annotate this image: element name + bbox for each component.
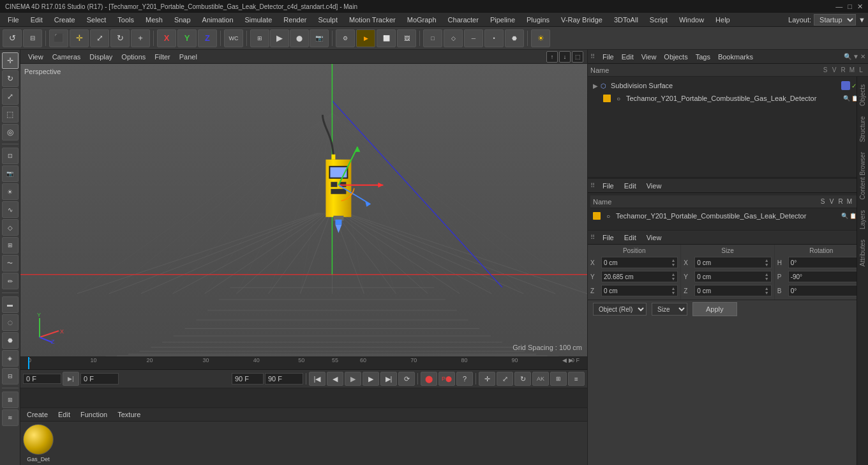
menu-pipeline[interactable]: Pipeline	[485, 15, 520, 25]
object-row-techamor[interactable]: ○ Techamor_Y201_Portable_Combustible_Gas…	[590, 92, 865, 105]
tab-structure[interactable]: Structure	[858, 111, 867, 148]
filter-icon[interactable]: ▼	[853, 53, 859, 60]
vp-back-btn[interactable]: ↑	[546, 51, 558, 63]
rot-b-field[interactable]: 0° ▲▼	[788, 285, 865, 296]
array-tool[interactable]: ⊞	[2, 237, 19, 254]
layout-select[interactable]: Startup	[814, 14, 856, 26]
goto-start-btn[interactable]: |◀	[309, 372, 326, 386]
menu-file[interactable]: File	[3, 15, 24, 25]
next-frame-btn[interactable]: ▶	[363, 372, 379, 386]
obj-menu-bookmarks[interactable]: Bookmarks	[715, 52, 756, 62]
paint-tool[interactable]: ✏	[2, 273, 19, 289]
menu-window[interactable]: Window	[674, 15, 709, 25]
scale-tool[interactable]: ⤢	[2, 88, 19, 105]
edge-button[interactable]: ─	[464, 29, 483, 47]
viewport[interactable]: Perspective Grid Spacing : 100 cm X Y Z	[20, 64, 587, 356]
material-tool[interactable]: ◈	[2, 350, 19, 367]
ruler-nav-prev[interactable]: ◀	[562, 357, 567, 363]
second-icon-1[interactable]: 🔍	[841, 213, 848, 219]
timeline-track[interactable]	[20, 388, 587, 408]
viewport-menu-filter[interactable]: Filter	[151, 52, 174, 62]
to-frame-field[interactable]: 90 F	[232, 373, 264, 385]
plus-button[interactable]: +	[131, 29, 150, 47]
y-axis-button[interactable]: Y	[177, 29, 197, 47]
undo-button[interactable]: ↺	[3, 29, 22, 47]
select-tool-button[interactable]: ⬛	[49, 29, 68, 47]
menu-animation[interactable]: Animation	[197, 15, 239, 25]
move-tool[interactable]: ✛	[2, 52, 19, 69]
subdivision-check1[interactable]: ✓	[851, 82, 857, 89]
coord-system-select[interactable]: Object (Rel) World	[593, 303, 647, 316]
object-button[interactable]: □	[423, 29, 442, 47]
pos-z-field[interactable]: 0 cm ▲▼	[601, 285, 678, 296]
menu-select[interactable]: Select	[82, 15, 112, 25]
render-button[interactable]: ▶	[356, 29, 375, 47]
point-button[interactable]: •	[484, 29, 504, 47]
menu-create[interactable]: Create	[49, 15, 80, 25]
mat-create[interactable]: Create	[24, 409, 50, 420]
goto-end-btn[interactable]: ▶|	[380, 372, 397, 386]
subdivision-tag[interactable]	[841, 81, 850, 90]
size-x-field[interactable]: 0 cm ▲▼	[694, 257, 771, 268]
obj-menu-edit[interactable]: Edit	[619, 52, 636, 62]
material-item[interactable]: Gas_Det	[23, 424, 54, 462]
mat-texture[interactable]: Texture	[115, 409, 143, 420]
menu-3dtoall[interactable]: 3DToAll	[609, 15, 643, 25]
coord-menu-edit[interactable]: Edit	[622, 232, 639, 243]
menu-render[interactable]: Render	[278, 15, 311, 25]
live-select-tool[interactable]: ◎	[2, 124, 19, 141]
menu-simulate[interactable]: Simulate	[240, 15, 278, 25]
current-frame-field[interactable]: 0 F	[23, 374, 61, 384]
texture-button[interactable]: ⬣	[505, 29, 524, 47]
light-button[interactable]: ☀	[531, 29, 550, 47]
size-z-arrows[interactable]: ▲▼	[765, 286, 769, 295]
ruler-nav-next[interactable]: ▶	[569, 357, 573, 363]
menu-help[interactable]: Help	[710, 15, 735, 25]
set-key-btn[interactable]: ▶|	[63, 372, 79, 386]
viewport-menu-panel[interactable]: Panel	[176, 52, 201, 62]
minimize-button[interactable]: —	[835, 3, 842, 11]
tl-extra-btn[interactable]: ≡	[568, 372, 585, 386]
from-frame-field[interactable]: 0 F	[80, 373, 119, 385]
tl-record-all-btn[interactable]: ⊞	[550, 372, 567, 386]
coord-menu-file[interactable]: File	[600, 232, 617, 243]
animation-tool[interactable]: ⊞	[2, 392, 19, 408]
rot-h-field[interactable]: 0° ▲▼	[788, 257, 865, 268]
render-region-button[interactable]: ⬜	[377, 29, 396, 47]
tl-scale-btn[interactable]: ⤢	[497, 372, 513, 386]
close-button[interactable]: ✕	[857, 3, 863, 11]
tab-objects[interactable]: Objects	[858, 79, 867, 111]
menu-edit[interactable]: Edit	[26, 15, 48, 25]
render-settings-button[interactable]: ⚙	[336, 29, 355, 47]
render-to-picture-button[interactable]: 🖼	[397, 29, 416, 47]
menu-plugins[interactable]: Plugins	[521, 15, 555, 25]
x-axis-button[interactable]: X	[157, 29, 176, 47]
tab-layers[interactable]: Layers	[858, 205, 867, 234]
play-button[interactable]: ▶	[270, 29, 289, 47]
scale-tool-button[interactable]: ⤢	[90, 29, 109, 47]
mat-edit[interactable]: Edit	[56, 409, 73, 420]
viewport-menu-display[interactable]: Display	[86, 52, 116, 62]
frame-button[interactable]: ⊞	[250, 29, 269, 47]
tl-auto-key-btn[interactable]: AK	[532, 372, 549, 386]
second-menu-edit[interactable]: Edit	[622, 181, 639, 191]
spline-tool[interactable]: ∿	[2, 201, 19, 218]
record-button[interactable]: ⬤	[290, 29, 309, 47]
grid-tool[interactable]: ⊟	[2, 368, 19, 385]
loop-btn[interactable]: ⟳	[398, 372, 415, 386]
techamor-icon-1[interactable]: 🔍	[843, 95, 850, 102]
tl-rotate-btn[interactable]: ↻	[514, 372, 531, 386]
pos-y-arrows[interactable]: ▲▼	[671, 272, 675, 281]
rot-p-field[interactable]: -90° ▲▼	[788, 271, 865, 282]
size-x-arrows[interactable]: ▲▼	[765, 258, 769, 267]
menu-motion-tracker[interactable]: Motion Tracker	[344, 15, 401, 25]
coord-mode-select[interactable]: Size Scale	[652, 303, 687, 316]
menu-sculpt[interactable]: Sculpt	[313, 15, 343, 25]
viewport-menu-cameras[interactable]: Cameras	[49, 52, 85, 62]
world-coord-button[interactable]: WC	[224, 29, 243, 47]
camera-button[interactable]: 📷	[310, 29, 329, 47]
texture-tag-tool[interactable]: ⬣	[2, 332, 19, 349]
z-axis-button[interactable]: Z	[198, 29, 217, 47]
second-row-techamor[interactable]: ○ Techamor_Y201_Portable_Combustible_Gas…	[590, 210, 865, 222]
deformer-tool[interactable]: 〜	[2, 255, 19, 271]
